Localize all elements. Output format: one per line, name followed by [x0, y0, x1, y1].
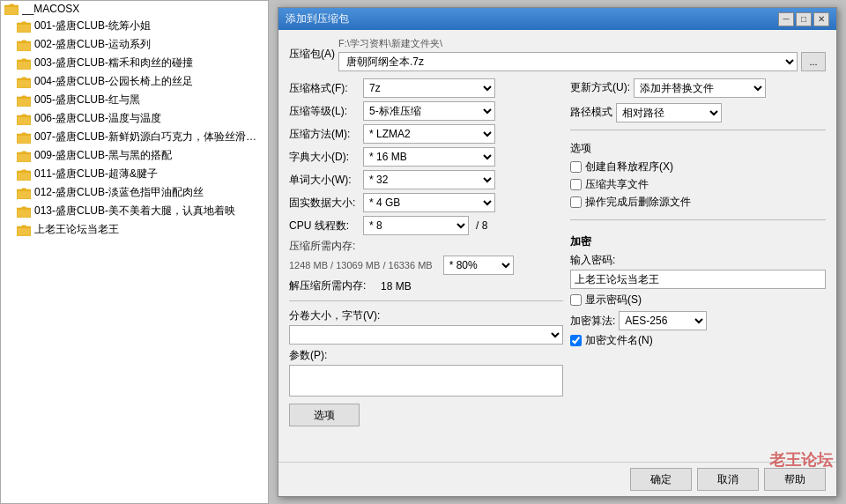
list-item[interactable]: 012-盛唐CLUB-淡蓝色指甲油配肉丝	[1, 183, 268, 202]
list-item[interactable]: 006-盛唐CLUB-温度与温度	[1, 109, 268, 128]
folder-icon	[17, 57, 31, 70]
list-item[interactable]: 011-盛唐CLUB-超薄&腱子	[1, 165, 268, 183]
dict-row: 字典大小(D): * 16 MB	[289, 147, 563, 167]
update-select[interactable]: 添加并替换文件	[634, 78, 766, 98]
help-button[interactable]: 帮助	[764, 468, 826, 491]
confirm-button[interactable]: 确定	[630, 468, 692, 491]
word-label: 单词大小(W):	[289, 173, 360, 188]
svg-rect-11	[17, 97, 31, 99]
dialog-title: 添加到压缩包	[286, 11, 349, 26]
encrypt-filename-checkbox[interactable]	[570, 335, 582, 346]
list-item[interactable]: 009-盛唐CLUB-黑与黑的搭配	[1, 146, 268, 165]
cpu-label: CPU 线程数:	[289, 219, 360, 233]
cpu-select[interactable]: * 8	[363, 216, 469, 235]
solid-select[interactable]: * 4 GB	[363, 193, 495, 212]
level-select[interactable]: 5-标准压缩	[363, 101, 495, 121]
svg-rect-13	[17, 115, 31, 117]
folder-icon	[17, 113, 31, 125]
options-group-label: 选项	[570, 141, 826, 156]
maximize-button[interactable]: □	[796, 12, 812, 26]
dialog-footer: 确定 取消 帮助	[278, 462, 836, 496]
format-row: 压缩格式(F): 7z	[289, 78, 563, 98]
cpu-max: / 8	[476, 219, 487, 232]
opt3-label: 操作完成后删除源文件	[585, 195, 691, 210]
folder-icon	[4, 3, 19, 15]
method-select[interactable]: * LZMA2	[363, 124, 495, 144]
options-button[interactable]: 选项	[289, 404, 360, 426]
decomp-value: 18 MB	[381, 280, 412, 293]
encrypt-filename-label: 加密文件名(N)	[585, 333, 653, 348]
folder-icon	[17, 224, 31, 236]
cancel-button[interactable]: 取消	[697, 468, 759, 491]
memory-percent-select[interactable]: * 80%	[443, 256, 514, 275]
list-item[interactable]: 003-盛唐CLUB-糯禾和肉丝的碰撞	[1, 54, 268, 72]
form-area: 压缩格式(F): 7z 压缩等级(L): 5-标准压缩 压缩方法(M):	[289, 78, 826, 455]
archive-path-display: F:\学习资料\新建文件夹\	[338, 37, 826, 50]
list-item[interactable]: 007-盛唐CLUB-新鲜奶源白巧克力，体验丝滑蜜笼	[1, 128, 268, 146]
list-item-label: 003-盛唐CLUB-糯禾和肉丝的碰撞	[34, 56, 193, 70]
svg-rect-7	[17, 60, 31, 62]
dialog-overlay: 添加到压缩包 ─ □ ✕ 压缩包(A) F:\学习资料\新建文件夹\ 唐朝阿纲全…	[269, 0, 846, 504]
list-item[interactable]: 002-盛唐CLUB-运动系列	[1, 35, 268, 54]
encrypt-method-select[interactable]: AES-256	[619, 311, 707, 330]
svg-rect-9	[17, 78, 31, 80]
path-mode-select[interactable]: 相对路径	[616, 103, 722, 122]
encrypt-method-row: 加密算法: AES-256	[570, 311, 826, 330]
word-select[interactable]: * 32	[363, 170, 495, 189]
opt2-label: 压缩共享文件	[585, 177, 649, 192]
folder-icon	[17, 131, 31, 144]
list-item-label: 006-盛唐CLUB-温度与温度	[34, 111, 161, 126]
update-row: 更新方式(U): 添加并替换文件	[570, 78, 826, 98]
folder-icon	[17, 187, 31, 199]
svg-rect-23	[17, 208, 31, 210]
archive-label: 压缩包(A)	[289, 47, 335, 62]
list-item[interactable]: 004-盛唐CLUB-公园长椅上的丝足	[1, 72, 268, 91]
close-button[interactable]: ✕	[813, 12, 829, 26]
opt1-checkbox[interactable]	[570, 161, 582, 173]
solid-row: 固实数据大小: * 4 GB	[289, 193, 563, 212]
list-item[interactable]: 005-盛唐CLUB-红与黑	[1, 91, 268, 109]
svg-rect-5	[17, 41, 31, 43]
add-to-archive-dialog: 添加到压缩包 ─ □ ✕ 压缩包(A) F:\学习资料\新建文件夹\ 唐朝阿纲全…	[278, 7, 837, 497]
list-item-label: 002-盛唐CLUB-运动系列	[34, 37, 151, 52]
list-item[interactable]: 013-盛唐CLUB-美不美着大腿，认真地着映	[1, 202, 268, 220]
divider2	[570, 130, 826, 130]
encryption-label: 加密	[570, 234, 826, 249]
folder-icon	[17, 205, 31, 218]
level-label: 压缩等级(L):	[289, 104, 360, 119]
params-input[interactable]	[289, 365, 563, 397]
dialog-content: 压缩包(A) F:\学习资料\新建文件夹\ 唐朝阿纲全本.7z ...	[278, 30, 836, 462]
memory-row: 1248 MB / 13069 MB / 16336 MB * 80%	[289, 256, 563, 275]
split-select[interactable]	[289, 325, 563, 345]
list-item[interactable]: 上老王论坛当老王	[1, 220, 268, 239]
svg-rect-19	[17, 171, 31, 173]
archive-row: 压缩包(A) F:\学习资料\新建文件夹\ 唐朝阿纲全本.7z ...	[289, 37, 826, 71]
list-item-label: 001-盛唐CLUB-统筹小姐	[34, 19, 151, 33]
opt3-checkbox[interactable]	[570, 196, 582, 208]
encrypt-filename-row: 加密文件名(N)	[570, 333, 826, 348]
format-label: 压缩格式(F):	[289, 81, 360, 96]
dict-label: 字典大小(D):	[289, 150, 360, 165]
options-group: 选项 创建自释放程序(X) 压缩共享文件 操作完成后删除源文件	[570, 141, 826, 212]
titlebar-buttons: ─ □ ✕	[778, 12, 829, 26]
password-input[interactable]	[570, 270, 826, 289]
list-item[interactable]: 001-盛唐CLUB-统筹小姐	[1, 17, 268, 35]
opt1-row: 创建自释放程序(X)	[570, 159, 826, 174]
list-item-label: 005-盛唐CLUB-红与黑	[34, 93, 140, 107]
opt2-checkbox[interactable]	[570, 179, 582, 190]
list-item[interactable]: __MACOSX	[1, 1, 268, 17]
folder-icon	[17, 39, 31, 51]
archive-file-select[interactable]: 唐朝阿纲全本.7z	[338, 52, 798, 71]
browse-button[interactable]: ...	[801, 52, 826, 71]
dict-select[interactable]: * 16 MB	[363, 147, 495, 167]
minimize-button[interactable]: ─	[778, 12, 794, 26]
list-item-label: 上老王论坛当老王	[34, 222, 119, 237]
svg-rect-21	[17, 189, 31, 191]
solid-label: 固实数据大小:	[289, 196, 360, 211]
list-item-label: 007-盛唐CLUB-新鲜奶源白巧克力，体验丝滑蜜笼	[34, 130, 264, 145]
memory-section: 压缩所需内存: 1248 MB / 13069 MB / 16336 MB * …	[289, 239, 563, 275]
format-select[interactable]: 7z	[363, 78, 495, 98]
list-item-label: 011-盛唐CLUB-超薄&腱子	[34, 167, 158, 182]
show-password-checkbox[interactable]	[570, 294, 582, 306]
path-mode-row: 路径模式 相对路径	[570, 103, 826, 122]
